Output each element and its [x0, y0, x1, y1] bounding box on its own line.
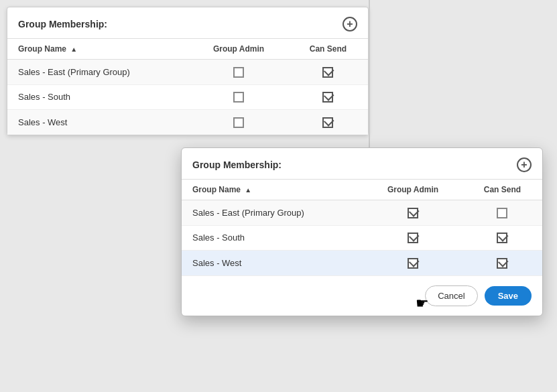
bg-col-can-send: Can Send	[288, 39, 368, 60]
group-admin-cell[interactable]	[189, 60, 288, 85]
group-admin-checkbox[interactable]	[408, 258, 418, 269]
can-send-cell[interactable]	[288, 84, 368, 110]
group-admin-checkbox[interactable]	[233, 92, 244, 103]
sort-arrow-icon: ▲	[70, 46, 77, 53]
group-name-cell: Sales - South	[7, 84, 189, 110]
group-admin-cell[interactable]	[189, 110, 288, 135]
can-send-checkbox[interactable]	[322, 117, 333, 128]
table-row: Sales - East (Primary Group)	[182, 200, 542, 226]
bg-col-group-admin: Group Admin	[189, 39, 288, 60]
can-send-checkbox[interactable]	[497, 208, 507, 218]
group-admin-cell[interactable]	[363, 200, 462, 226]
group-admin-cell[interactable]	[363, 225, 462, 251]
table-row: Sales - South	[182, 225, 542, 251]
group-admin-checkbox[interactable]	[408, 208, 418, 218]
fg-sort-arrow-icon: ▲	[245, 186, 251, 194]
table-row: Sales - West	[7, 110, 368, 135]
background-panel: Group Membership: + Group Name ▲ Group A…	[7, 7, 369, 135]
group-admin-checkbox[interactable]	[408, 233, 418, 243]
bg-panel-title: Group Membership:	[18, 19, 107, 29]
group-name-cell: Sales - East (Primary Group)	[7, 60, 189, 85]
fg-add-button[interactable]: +	[517, 157, 532, 172]
can-send-checkbox[interactable]	[497, 233, 507, 243]
can-send-checkbox[interactable]	[322, 67, 333, 78]
can-send-checkbox[interactable]	[497, 258, 507, 269]
table-row: Sales - East (Primary Group)	[7, 60, 368, 85]
save-button[interactable]: Save	[485, 286, 532, 306]
fg-col-group-admin: Group Admin	[363, 180, 462, 200]
table-row: Sales - West	[182, 251, 542, 275]
group-admin-checkbox[interactable]	[233, 117, 244, 128]
group-name-cell: Sales - West	[7, 110, 189, 135]
fg-group-table: Group Name ▲ Group Admin Can Send Sales …	[182, 180, 542, 275]
table-row: Sales - South	[7, 84, 368, 110]
fg-col-can-send: Can Send	[462, 180, 542, 200]
bg-panel-header: Group Membership: +	[7, 7, 368, 39]
can-send-cell[interactable]	[462, 251, 542, 275]
cancel-button[interactable]: Cancel	[425, 285, 477, 306]
fg-col-group-name: Group Name ▲	[182, 180, 363, 200]
group-admin-checkbox[interactable]	[233, 67, 244, 78]
can-send-cell[interactable]	[288, 110, 368, 135]
can-send-checkbox[interactable]	[322, 92, 333, 103]
can-send-cell[interactable]	[288, 60, 368, 85]
fg-panel-header: Group Membership: +	[182, 148, 542, 180]
bg-col-group-name: Group Name ▲	[7, 39, 189, 60]
fg-panel-title: Group Membership:	[192, 159, 282, 170]
foreground-dialog: Group Membership: + Group Name ▲ Group A…	[181, 147, 543, 316]
group-admin-cell[interactable]	[363, 251, 462, 275]
dialog-footer: Cancel Save	[182, 275, 542, 316]
group-name-cell: Sales - South	[182, 225, 363, 251]
group-admin-cell[interactable]	[189, 84, 288, 110]
bg-group-table: Group Name ▲ Group Admin Can Send Sales …	[7, 39, 368, 135]
group-name-cell: Sales - West	[182, 251, 363, 275]
group-name-cell: Sales - East (Primary Group)	[182, 200, 363, 226]
can-send-cell[interactable]	[462, 200, 542, 226]
vertical-divider	[369, 0, 370, 168]
can-send-cell[interactable]	[462, 225, 542, 251]
bg-add-button[interactable]: +	[343, 17, 357, 31]
